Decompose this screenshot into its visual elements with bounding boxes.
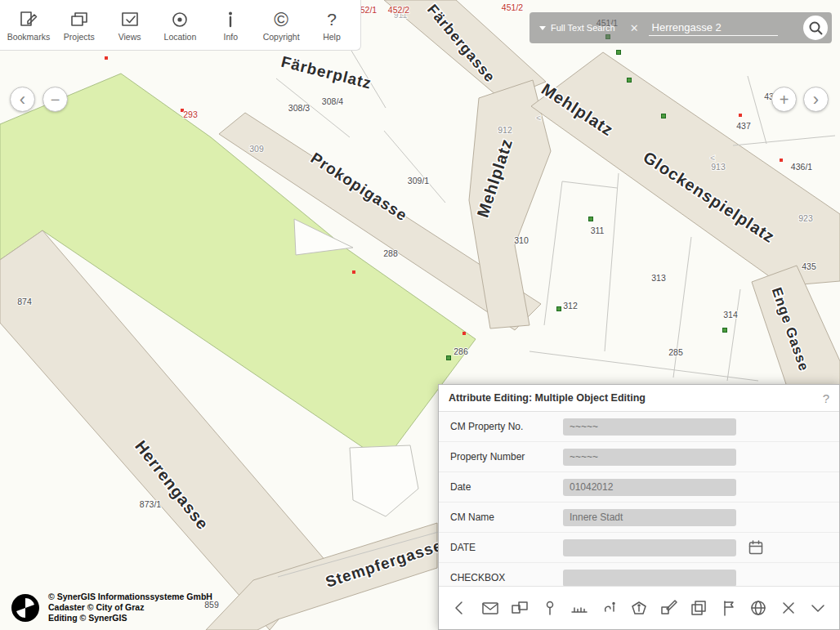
parcel-label: 874	[17, 297, 32, 306]
measure-button[interactable]	[569, 597, 590, 619]
help-icon: ?	[321, 9, 342, 30]
checkbox-field[interactable]	[563, 570, 736, 587]
form-row: Date 01042012	[439, 472, 839, 503]
parcel-label: 873/1	[140, 499, 161, 509]
parcel-label: 452/2	[388, 5, 409, 15]
search-clear-button[interactable]: ✕	[630, 22, 639, 34]
parcel-label: 308/4	[322, 96, 343, 106]
search-submit-button[interactable]	[803, 16, 828, 40]
parcel-label: 308/3	[288, 103, 310, 113]
ruler-icon	[570, 598, 589, 618]
parcel-label: 310	[514, 235, 529, 245]
pin-button[interactable]	[539, 597, 561, 619]
edit-geometry-button[interactable]	[659, 597, 680, 619]
red-point-marker	[462, 332, 466, 335]
synergis-logo-icon	[10, 592, 41, 623]
pan-left-button[interactable]: ‹	[10, 87, 35, 112]
toolbar-item-label: Info	[224, 32, 239, 42]
toolbar-item-label: Location	[164, 32, 197, 42]
toolbar-item-views[interactable]: Views	[105, 9, 154, 42]
cm-name-field[interactable]: Innere Stadt	[563, 509, 736, 526]
form-row: CM Name Innere Stadt	[439, 503, 839, 533]
copy-icon	[689, 598, 708, 618]
pan-right-button[interactable]: ›	[803, 87, 829, 112]
close-icon	[779, 598, 798, 618]
toolbar-item-location[interactable]: Location	[155, 9, 204, 42]
parcel-label: 311	[591, 226, 605, 235]
attribution-line: Editing © SynerGIS	[48, 613, 212, 623]
parcel-label: 435	[802, 261, 816, 271]
projects-icon	[69, 9, 90, 30]
web-globe-button[interactable]	[748, 597, 769, 619]
toolbar-item-label: Copyright	[263, 32, 300, 42]
previous-object-button[interactable]	[449, 597, 471, 619]
parcel-label: 293	[183, 109, 198, 119]
parcel-label: <	[710, 153, 715, 163]
form-row: CM Property No. ~~~~~	[439, 412, 839, 442]
zoom-in-button[interactable]: +	[771, 87, 797, 112]
green-point-marker	[617, 51, 621, 55]
close-button[interactable]	[778, 597, 799, 619]
parcel-label: 436/1	[791, 162, 812, 172]
copy-object-button[interactable]	[688, 597, 709, 619]
pin-icon	[540, 598, 560, 618]
parcel-label: 288	[383, 248, 398, 258]
send-mail-button[interactable]	[480, 597, 501, 619]
attribution-line: Cadaster © City of Graz	[48, 602, 212, 613]
chevron-down-icon	[539, 26, 546, 30]
parcel-label: 451/2	[502, 2, 523, 12]
globe-icon	[748, 598, 768, 618]
object-info-icon	[629, 598, 649, 618]
search-mode-dropdown[interactable]: Full Text Search	[539, 23, 615, 33]
parcel-label: 285	[668, 347, 683, 357]
info-icon	[220, 9, 241, 30]
zoom-out-button[interactable]: −	[42, 87, 68, 112]
panel-help-button[interactable]: ?	[823, 391, 829, 405]
date-field[interactable]: 01042012	[563, 479, 736, 496]
parcel-label: 437	[736, 121, 751, 131]
red-point-marker	[105, 56, 108, 60]
object-info-button[interactable]	[628, 597, 650, 619]
redline-button[interactable]	[599, 597, 620, 619]
red-point-marker	[780, 159, 783, 162]
parcel-label: 309/1	[408, 176, 429, 185]
parcel-label: 923	[798, 213, 813, 223]
collapse-button[interactable]	[807, 597, 829, 619]
toolbar-item-label: Bookmarks	[7, 32, 51, 42]
calendar-icon	[748, 539, 764, 556]
green-point-marker	[662, 114, 666, 118]
search-input[interactable]	[649, 20, 778, 36]
copyright-icon: ©	[270, 9, 292, 30]
redline-icon	[600, 598, 619, 618]
parcel-label: 913	[711, 162, 726, 172]
search-icon	[808, 20, 823, 35]
cm-property-no-field[interactable]: ~~~~~	[563, 418, 736, 436]
green-point-marker	[589, 217, 593, 221]
merge-objects-icon	[510, 598, 529, 618]
form-row: Property Number ~~~~~	[439, 442, 839, 472]
toolbar-item-label: Help	[323, 32, 341, 42]
toolbar-item-projects[interactable]: Projects	[55, 9, 104, 42]
toolbar-item-info[interactable]: Info	[206, 9, 255, 42]
bookmark-flag-button[interactable]	[718, 597, 739, 619]
calendar-button[interactable]	[748, 539, 764, 556]
flag-icon	[719, 598, 739, 618]
toolbar-item-bookmarks[interactable]: Bookmarks	[4, 9, 53, 42]
main-toolbar: Bookmarks Projects Views Location Info	[0, 0, 361, 51]
date-picker-field[interactable]	[563, 539, 736, 556]
property-number-field[interactable]: ~~~~~	[563, 449, 736, 466]
parcel-label: 314	[723, 310, 738, 319]
field-label: CHECKBOX	[450, 572, 563, 583]
toolbar-item-help[interactable]: ? Help	[307, 9, 356, 42]
app-window: 293304307308/1308/3308/4309309/191191291…	[0, 0, 840, 630]
views-icon	[119, 9, 141, 30]
field-label: Date	[450, 481, 563, 493]
parcel-label: 313	[651, 273, 666, 283]
toolbar-item-copyright[interactable]: © Copyright	[257, 9, 306, 42]
toolbar-item-label: Projects	[64, 32, 95, 42]
chevron-down-icon	[808, 598, 828, 618]
panel-title: Attribute Editing: Multiple Object Editi…	[449, 392, 646, 404]
panel-toolbar	[439, 586, 839, 629]
merge-objects-button[interactable]	[509, 597, 530, 619]
red-point-marker	[352, 270, 355, 274]
